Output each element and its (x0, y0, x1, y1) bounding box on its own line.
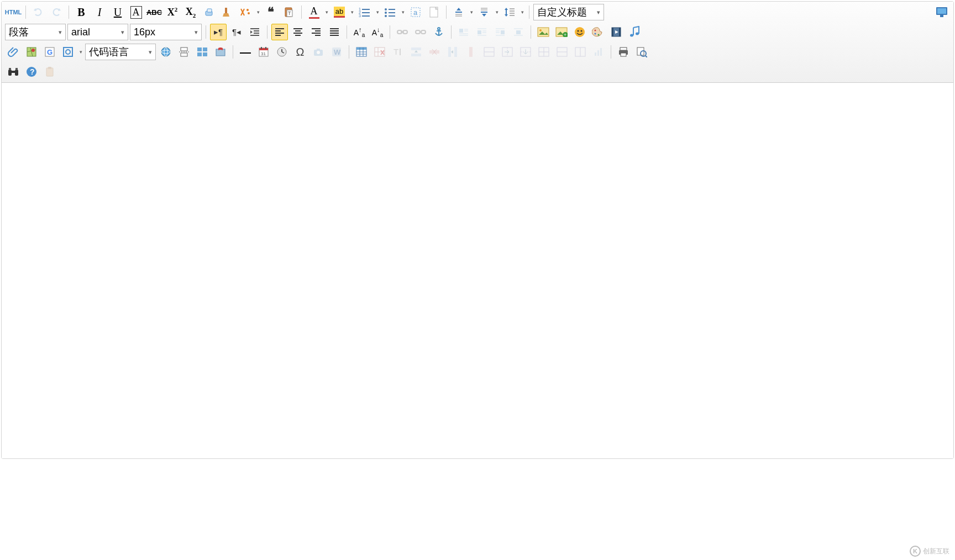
imagefloat-right-button[interactable] (492, 24, 508, 40)
mergeright-button[interactable] (499, 44, 516, 60)
direction-ltr-button[interactable]: ▸¶ (210, 24, 227, 40)
time-button[interactable] (274, 44, 290, 60)
insertframe-dropdown[interactable]: ▾ (78, 44, 83, 60)
wordimage-button[interactable]: W (328, 44, 345, 60)
emotion-button[interactable] (571, 24, 588, 40)
spechars-button[interactable]: Ω (292, 44, 308, 60)
subscript-button[interactable]: X2 (182, 4, 199, 20)
ol-dropdown[interactable]: ▾ (375, 4, 380, 20)
italic-button[interactable]: I (91, 4, 108, 20)
print-button[interactable] (615, 44, 632, 60)
formatmatch-button[interactable] (219, 4, 235, 20)
imagefloat-none-button[interactable] (455, 24, 472, 40)
mergecells-button[interactable] (481, 44, 497, 60)
link-button[interactable] (394, 24, 411, 40)
fullscreen-button[interactable] (933, 4, 950, 20)
insertimage-button[interactable]: + (553, 24, 570, 40)
imagefloat-left-button[interactable] (474, 24, 490, 40)
touppercase-button[interactable]: A↑a (351, 24, 368, 40)
rowspacing-top-dropdown[interactable]: ▾ (469, 4, 474, 20)
blockquote-button[interactable]: ❝ (263, 4, 279, 20)
customstyle-select[interactable]: 自定义标题 (533, 4, 604, 20)
paragraph-select[interactable]: 段落 (5, 24, 66, 40)
editor-canvas[interactable] (2, 83, 953, 458)
inserttable-button[interactable] (353, 44, 370, 60)
direction-rtl-button[interactable]: ¶◂ (228, 24, 245, 40)
fontsize-select[interactable]: 16px (130, 24, 202, 40)
backcolor-button[interactable]: ab (331, 4, 348, 20)
unlink-button[interactable] (412, 24, 429, 40)
selectall-button[interactable]: a (407, 4, 424, 20)
cleardoc-button[interactable] (426, 4, 442, 20)
svg-point-104 (66, 50, 70, 54)
justify-left-button[interactable] (271, 24, 288, 40)
strikethrough-button[interactable]: ABC (146, 4, 162, 20)
horizontal-button[interactable]: — (237, 44, 254, 60)
insertvideo-button[interactable] (608, 24, 625, 40)
unordered-list-button[interactable] (382, 4, 398, 20)
date-button[interactable]: 31 (255, 44, 272, 60)
autotypeset-button[interactable] (237, 4, 254, 20)
justify-right-button[interactable] (308, 24, 324, 40)
source-button[interactable]: HTML (5, 4, 22, 20)
lineheight-dropdown[interactable]: ▾ (520, 4, 525, 20)
rowspacing-bottom-button[interactable] (476, 4, 492, 20)
splitrows-button[interactable] (554, 44, 570, 60)
pagebreak-button[interactable] (176, 44, 192, 60)
attachment-button[interactable] (5, 44, 22, 60)
simpleupload-button[interactable] (535, 24, 552, 40)
backcolor-dropdown[interactable]: ▾ (349, 4, 355, 20)
template-button[interactable] (194, 44, 211, 60)
music-button[interactable] (626, 24, 643, 40)
pasteplain-button[interactable]: T (281, 4, 297, 20)
scrawl-button[interactable] (590, 24, 606, 40)
webapp-button[interactable] (158, 44, 174, 60)
removeformat-button[interactable] (201, 4, 217, 20)
underline-button[interactable]: U (109, 4, 126, 20)
tolowercase-button[interactable]: A↓a (369, 24, 386, 40)
insertcol-button[interactable] (444, 44, 461, 60)
help-button[interactable]: ? (23, 64, 40, 80)
justify-full-button[interactable] (326, 24, 343, 40)
indent-button[interactable] (246, 24, 263, 40)
justify-center-button[interactable] (290, 24, 306, 40)
lineheight-button[interactable] (501, 4, 518, 20)
superscript-button[interactable]: X2 (164, 4, 181, 20)
snapscreen-button[interactable] (310, 44, 327, 60)
svg-text:G: G (47, 48, 53, 56)
forecolor-dropdown[interactable]: ▾ (324, 4, 329, 20)
charts-button[interactable] (590, 44, 607, 60)
codelang-select[interactable]: 代码语言 (85, 44, 156, 60)
background-button[interactable] (212, 44, 229, 60)
undo-button[interactable] (30, 4, 46, 20)
svg-rect-117 (259, 48, 268, 50)
splitcells-button[interactable] (536, 44, 552, 60)
insertrow-button[interactable] (408, 44, 424, 60)
ul-dropdown[interactable]: ▾ (400, 4, 406, 20)
deletecol-button[interactable] (463, 44, 479, 60)
rowspacing-top-button[interactable] (450, 4, 467, 20)
deletetable-button[interactable] (371, 44, 388, 60)
svg-line-169 (646, 56, 647, 57)
anchor-button[interactable] (431, 24, 447, 40)
fontborder-button[interactable]: A (128, 4, 144, 20)
rowspacing-bottom-dropdown[interactable]: ▾ (494, 4, 500, 20)
bold-button[interactable]: B (73, 4, 90, 20)
redo-button[interactable] (48, 4, 65, 20)
drafts-button[interactable] (41, 64, 58, 80)
preview-button[interactable] (633, 44, 650, 60)
fontfamily-select[interactable]: arial (67, 24, 128, 40)
insertparagraph-button[interactable]: T (390, 44, 406, 60)
ordered-list-button[interactable]: 123 (356, 4, 373, 20)
autotypeset-dropdown[interactable]: ▾ (255, 4, 261, 20)
deleterow-button[interactable] (426, 44, 443, 60)
imagefloat-center-button[interactable] (510, 24, 527, 40)
splitcols-button[interactable] (572, 44, 589, 60)
map-button[interactable] (23, 44, 40, 60)
searchreplace-button[interactable] (5, 64, 22, 80)
date-icon: 31 (258, 46, 269, 57)
forecolor-button[interactable]: A (306, 4, 322, 20)
insertframe-button[interactable] (60, 44, 76, 60)
mergedown-button[interactable] (517, 44, 534, 60)
gmap-button[interactable]: G (41, 44, 58, 60)
